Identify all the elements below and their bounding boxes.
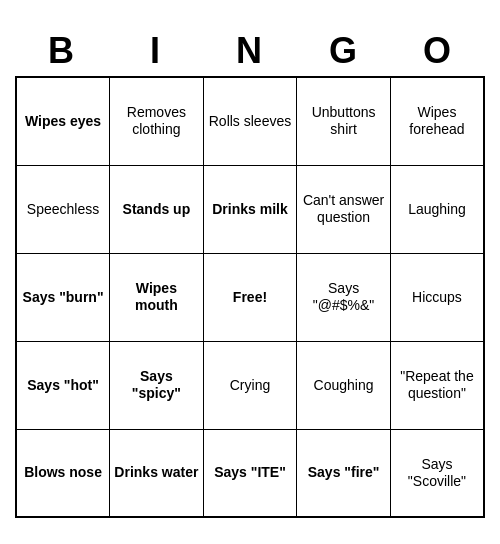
cell-r2-c2[interactable]: Free! <box>203 253 297 341</box>
cell-r2-c3[interactable]: Says "@#$%&" <box>297 253 391 341</box>
cell-r2-c0[interactable]: Says "burn" <box>16 253 110 341</box>
cell-r4-c3[interactable]: Says "fire" <box>297 429 391 517</box>
cell-r0-c4[interactable]: Wipes forehead <box>390 77 484 165</box>
cell-r4-c4[interactable]: Says "Scoville" <box>390 429 484 517</box>
cell-r1-c4[interactable]: Laughing <box>390 165 484 253</box>
cell-r0-c0[interactable]: Wipes eyes <box>16 77 110 165</box>
bingo-header: B I N G O <box>15 26 485 76</box>
cell-r1-c2[interactable]: Drinks milk <box>203 165 297 253</box>
header-g: G <box>297 26 391 76</box>
cell-r2-c4[interactable]: Hiccups <box>390 253 484 341</box>
cell-r3-c1[interactable]: Says "spicy" <box>110 341 204 429</box>
cell-r3-c0[interactable]: Says "hot" <box>16 341 110 429</box>
bingo-card: B I N G O Wipes eyesRemoves clothingRoll… <box>15 26 485 518</box>
cell-r3-c2[interactable]: Crying <box>203 341 297 429</box>
cell-r4-c2[interactable]: Says "ITE" <box>203 429 297 517</box>
cell-r4-c1[interactable]: Drinks water <box>110 429 204 517</box>
cell-r0-c2[interactable]: Rolls sleeves <box>203 77 297 165</box>
cell-r0-c3[interactable]: Unbuttons shirt <box>297 77 391 165</box>
bingo-grid: Wipes eyesRemoves clothingRolls sleevesU… <box>15 76 485 518</box>
cell-r1-c3[interactable]: Can't answer question <box>297 165 391 253</box>
cell-r3-c3[interactable]: Coughing <box>297 341 391 429</box>
cell-r2-c1[interactable]: Wipes mouth <box>110 253 204 341</box>
header-b: B <box>15 26 109 76</box>
cell-r1-c0[interactable]: Speechless <box>16 165 110 253</box>
cell-r3-c4[interactable]: "Repeat the question" <box>390 341 484 429</box>
cell-r0-c1[interactable]: Removes clothing <box>110 77 204 165</box>
cell-r4-c0[interactable]: Blows nose <box>16 429 110 517</box>
header-o: O <box>391 26 485 76</box>
cell-r1-c1[interactable]: Stands up <box>110 165 204 253</box>
header-n: N <box>203 26 297 76</box>
header-i: I <box>109 26 203 76</box>
